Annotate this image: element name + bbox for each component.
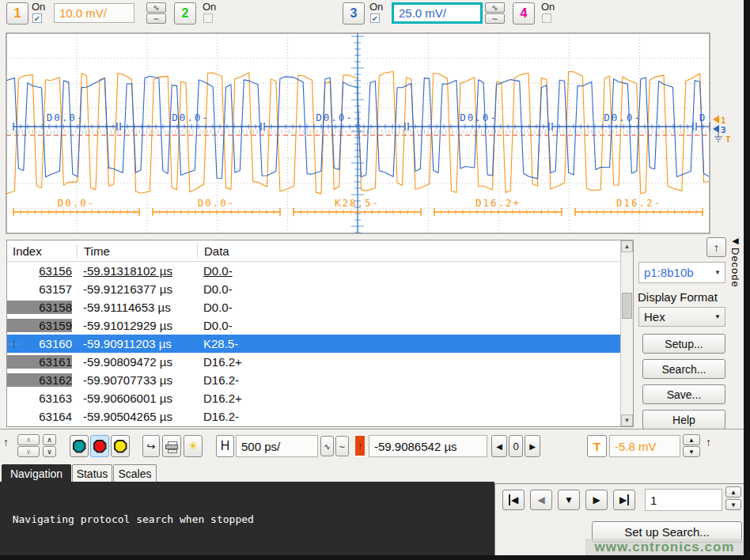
waveform-display[interactable]: D0.0-D0.0-D0.0-D0.0-D0.0-DD0.0-D0.0-K28.… — [0, 32, 750, 236]
zero-position-button[interactable]: 0 — [509, 435, 523, 457]
channel-4-button[interactable]: 4 — [513, 2, 535, 25]
search-button[interactable]: Search... — [642, 359, 725, 379]
run-button[interactable] — [70, 435, 89, 457]
oscilloscope-app: 1 On ✔ 10.0 mV/ ∿ ∼ 2 On 3 On ✔ 25.0 mV/… — [0, 0, 750, 560]
status-line: Navigating protocol search when stopped — [0, 513, 494, 526]
horizontal-scale-field[interactable]: 500 ps/ — [236, 435, 318, 457]
channel-3-on-checkbox[interactable]: ✔ — [370, 13, 380, 23]
search-index-field[interactable]: 1 — [645, 489, 722, 511]
skip-last-icon: ▶ — [619, 494, 629, 505]
last-result-button[interactable]: ▶ — [613, 490, 635, 510]
channel-4-label: 4 — [521, 6, 528, 21]
previous-result-button[interactable]: ◀ — [530, 490, 552, 510]
table-scrollbar[interactable]: ▲ ▼ — [620, 240, 633, 426]
channel-3-scale-field[interactable]: 25.0 mV/ — [392, 2, 483, 24]
table-row[interactable]: 63164 -59.90504265 µs D16.2- — [7, 407, 633, 426]
channel-4-on-checkbox[interactable] — [542, 13, 551, 23]
column-header-time[interactable]: Time — [77, 244, 197, 258]
horizontal-zoom-in-button[interactable]: ∿ — [320, 436, 334, 456]
channel-1-scale-field[interactable]: 10.0 mV/ — [54, 3, 134, 23]
table-row[interactable]: 63158 -59.91114653 µs D0.0- — [7, 298, 633, 316]
sun-icon: ☀ — [188, 439, 198, 453]
table-row-selected[interactable]: 63160 -59.90911203 µs K28.5- — [7, 335, 633, 353]
sine-icon: ∼ — [491, 14, 498, 23]
trigger-position-marker[interactable]: ↑ — [354, 435, 366, 456]
touch-toggle-button[interactable]: ↪ — [142, 435, 160, 457]
table-row[interactable]: 63156 -59.91318102 µs D0.0- — [7, 262, 633, 280]
coarse-increment-button[interactable]: ∧ — [43, 434, 56, 445]
chevron-down-icon: ∨ — [26, 448, 32, 456]
scrollbar-down-icon[interactable]: ▼ — [621, 414, 633, 426]
bus-selector-dropdown[interactable]: p1:8b10b ▼ — [638, 262, 725, 283]
table-row[interactable]: 63157 -59.91216377 µs D0.0- — [7, 280, 633, 298]
cell-index: 63164 — [7, 410, 77, 423]
printer-icon — [165, 441, 178, 452]
cell-time: -59.91012929 µs — [77, 319, 197, 332]
channel-3-scale-down-button[interactable]: ∼ — [485, 13, 505, 24]
horizontal-position-field[interactable]: -59.9086542 µs — [369, 435, 487, 457]
trigger-level-field[interactable]: -5.8 mV — [609, 435, 680, 457]
tab-status[interactable]: Status — [72, 464, 112, 482]
right-arrow-icon: ▶ — [593, 494, 600, 505]
pan-left-button[interactable]: ◀ — [491, 435, 507, 457]
tab-scales[interactable]: Scales — [113, 464, 157, 482]
channel-1-scale-up-button[interactable]: ∿ — [146, 2, 166, 13]
channel-3-button[interactable]: 3 — [343, 2, 365, 25]
cell-index: 63162 — [7, 373, 72, 387]
channel-2-label: 2 — [182, 6, 189, 21]
channel-1-on-label: On — [32, 1, 45, 13]
channel-3-scale-up-button[interactable]: ∿ — [485, 2, 505, 13]
display-brightness-button[interactable]: ☀ — [184, 435, 203, 457]
channel-1-on-checkbox[interactable]: ✔ — [32, 13, 42, 23]
current-result-button[interactable]: ▼ — [558, 490, 580, 510]
decode-side-tab[interactable]: ◀ Decode — [728, 236, 743, 315]
up-arrow-icon: ↑ — [358, 441, 362, 452]
next-result-button[interactable]: ▶ — [585, 490, 608, 510]
table-row[interactable]: 63161 -59.90809472 µs D16.2+ — [7, 353, 633, 371]
tab-navigation[interactable]: Navigation — [2, 464, 71, 482]
cell-index: 63156 — [7, 264, 77, 278]
watermark: www.cntronics.com — [585, 539, 744, 555]
search-index-up-button[interactable]: ▲ — [725, 486, 741, 498]
scrollbar-up-icon[interactable]: ▲ — [621, 240, 633, 252]
cell-index: 63158 — [7, 301, 72, 314]
help-button[interactable]: Help — [642, 410, 725, 429]
trigger-level-up-button[interactable]: ▲ — [683, 434, 700, 445]
svg-text:D0.0-: D0.0- — [604, 112, 642, 123]
scrollbar-thumb[interactable] — [622, 293, 632, 319]
display-format-dropdown[interactable]: Hex ▼ — [638, 307, 725, 327]
setup-button[interactable]: Setup... — [642, 334, 725, 354]
stop-button[interactable] — [90, 435, 109, 457]
channel-reference-markers: 1 3 T — [710, 111, 744, 150]
first-result-button[interactable]: ◀ — [502, 490, 525, 510]
horizontal-zoom-out-button[interactable]: ∼ — [335, 436, 349, 456]
save-button[interactable]: Save... — [642, 384, 725, 404]
channel-2-button[interactable]: 2 — [174, 2, 196, 25]
table-row[interactable]: 63163 -59.90606001 µs D16.2+ — [7, 389, 633, 407]
table-row[interactable]: 63159 -59.91012929 µs D0.0- — [7, 316, 633, 335]
trigger-level-down-button[interactable]: ▼ — [683, 446, 700, 457]
table-row[interactable]: 63162 -59.90707733 µs D16.2- — [7, 371, 633, 389]
channel-1-scale-down-button[interactable]: ∼ — [146, 13, 166, 24]
channel-2-on-checkbox[interactable] — [203, 13, 213, 23]
wave-icon: ∿ — [324, 442, 330, 451]
trigger-button[interactable]: T — [587, 435, 607, 457]
search-index-down-button[interactable]: ▼ — [725, 499, 741, 510]
print-button[interactable] — [162, 435, 181, 457]
single-button[interactable] — [111, 435, 130, 457]
right-arrow-icon: ▶ — [529, 442, 536, 451]
svg-text:D0.0-: D0.0- — [47, 112, 85, 123]
collapse-panel-button[interactable]: ↑ — [706, 237, 726, 257]
fine-increment-button[interactable]: ∧ — [17, 434, 40, 445]
fine-decrement-button[interactable]: ∨ — [17, 446, 40, 457]
svg-text:D0.0-: D0.0- — [460, 112, 498, 123]
coarse-decrement-button[interactable]: ∨ — [43, 446, 56, 457]
horizontal-button[interactable]: H — [216, 435, 234, 457]
column-header-index[interactable]: Index — [7, 244, 77, 258]
channel-4-on-label: On — [541, 1, 555, 13]
decode-listing-table: Index Time Data 63156 -59.91318102 µs D0… — [6, 240, 634, 427]
pan-right-button[interactable]: ▶ — [525, 435, 540, 457]
window-edge — [744, 0, 750, 560]
column-header-data[interactable]: Data — [197, 244, 633, 258]
channel-1-button[interactable]: 1 — [6, 2, 28, 25]
